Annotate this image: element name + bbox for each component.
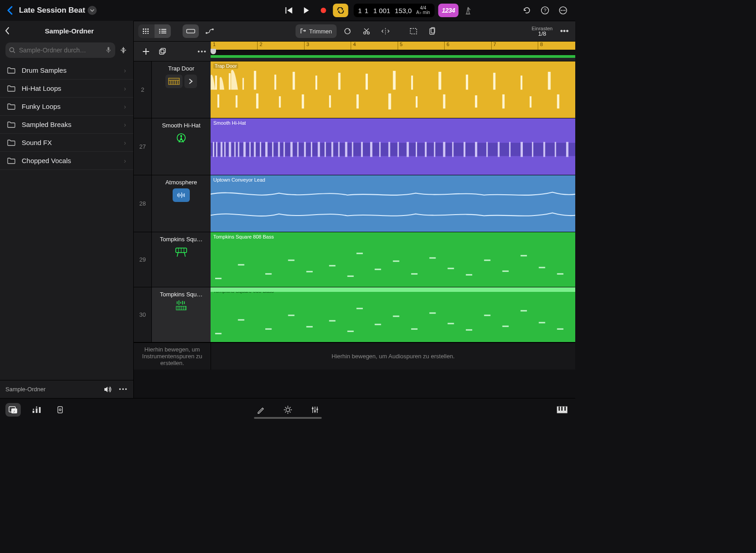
list-view-button[interactable] (155, 24, 171, 38)
svg-point-35 (367, 32, 369, 34)
svg-rect-113 (361, 142, 363, 157)
sidebar-item[interactable]: Drum Samples › (0, 61, 133, 80)
ruler-marker: 3 (304, 42, 309, 50)
track-header[interactable]: 30 Tompkins Squ… (134, 287, 211, 342)
piano-keyboard-button[interactable] (554, 403, 570, 417)
sidebar-item[interactable]: Sound FX › (0, 134, 133, 152)
microphone-icon[interactable] (105, 47, 112, 54)
track-number: 29 (134, 232, 152, 287)
track-header-more-button[interactable]: ••• (197, 48, 207, 55)
sampler-icon[interactable] (165, 75, 183, 88)
drop-instrument-hint[interactable]: Hierhin bewegen, um Instrumentenspuren z… (134, 343, 211, 370)
svg-point-202 (36, 406, 38, 408)
automation-button[interactable] (202, 24, 218, 38)
help-button[interactable]: ? (540, 5, 550, 15)
folder-icon (7, 122, 15, 128)
svg-rect-151 (329, 265, 335, 267)
region-lane[interactable]: Tompkins Square 808 Bass (211, 232, 575, 287)
svg-line-212 (290, 407, 291, 408)
audio-region[interactable]: Uptown Conveyor Lead (211, 175, 575, 232)
undo-button[interactable] (522, 5, 532, 15)
midi-instrument-icon[interactable] (176, 300, 187, 310)
sidebar-more-button[interactable]: ••• (119, 386, 128, 393)
sidebar-search-field[interactable] (5, 42, 115, 58)
drop-audio-hint[interactable]: Hierhin bewegen, um Audiospuren zu erste… (211, 343, 575, 370)
svg-rect-90 (221, 142, 222, 157)
region-lane[interactable]: Tompkins Square 808 Bass (211, 287, 575, 342)
midi-region[interactable]: Tompkins Square 808 Bass (211, 287, 575, 342)
region-lane[interactable]: Trap Door (211, 61, 575, 118)
svg-rect-114 (370, 142, 372, 157)
track-header-left: ••• (134, 42, 211, 61)
sidebar-item[interactable]: Funky Loops › (0, 98, 133, 116)
metronome-button[interactable] (461, 4, 475, 17)
sidebar-item[interactable]: Sampled Breaks › (0, 116, 133, 134)
record-button[interactable] (315, 4, 331, 17)
snap-indicator[interactable]: Einrasten 1/8 (532, 26, 555, 37)
play-button[interactable] (298, 4, 314, 17)
track-header[interactable]: 28 Atmosphere (134, 175, 211, 232)
sidebar-search-input[interactable] (18, 46, 103, 54)
drummer-icon[interactable] (173, 131, 190, 145)
keyboard-icon[interactable] (173, 245, 190, 259)
back-button[interactable] (5, 5, 15, 16)
pencil-tool-button[interactable] (253, 403, 268, 417)
preview-volume-button[interactable] (103, 386, 113, 393)
track-header[interactable]: 2 Trap Door (134, 61, 211, 118)
track-header[interactable]: 29 Tompkins Squ… (134, 232, 211, 287)
midi-region[interactable]: Tompkins Square 808 Bass (211, 232, 575, 287)
clipboard-button[interactable] (424, 24, 441, 38)
svg-rect-117 (398, 142, 399, 157)
grid-view-button[interactable] (138, 24, 155, 38)
main-area: Sample-Ordner Drum Samples › Hi-Hat Loop… (0, 21, 575, 398)
track-expand-button[interactable] (184, 75, 197, 88)
svg-rect-109 (331, 142, 333, 157)
audio-icon[interactable] (173, 188, 190, 202)
plugin-button[interactable] (52, 403, 68, 417)
svg-rect-150 (306, 271, 313, 272)
go-to-start-button[interactable] (281, 4, 296, 17)
loop-tool-button[interactable] (339, 24, 356, 38)
midi-region[interactable]: Smooth Hi-Hat (211, 118, 575, 175)
svg-point-7 (561, 10, 562, 11)
audio-region[interactable]: Trap Door (211, 61, 575, 118)
mixer-button[interactable] (29, 403, 44, 417)
add-track-button[interactable] (142, 47, 150, 56)
svg-rect-157 (429, 257, 436, 258)
more-menu-button[interactable] (558, 5, 568, 15)
region-lane[interactable]: Smooth Hi-Hat (211, 118, 575, 175)
chevron-right-icon: › (124, 139, 126, 146)
region-display-button[interactable] (183, 24, 199, 38)
count-in-button[interactable]: 1234 (438, 4, 459, 17)
sidebar-item[interactable]: Hi-Hat Loops › (0, 80, 133, 98)
lcd-display[interactable]: 1 1 1 001 153,0 4/4 A♭ min (353, 4, 435, 17)
collapse-button[interactable] (119, 46, 128, 55)
scissors-tool-button[interactable] (358, 24, 375, 38)
track-header[interactable]: 27 Smooth Hi-Hat (134, 118, 211, 175)
region-lane[interactable]: Uptown Conveyor Lead (211, 175, 575, 232)
svg-rect-68 (217, 94, 219, 108)
svg-rect-148 (265, 273, 272, 275)
marquee-tool-button[interactable] (405, 24, 422, 38)
brightness-button[interactable] (280, 403, 296, 417)
svg-rect-73 (329, 95, 331, 108)
project-title[interactable]: Late Session Beat (19, 6, 97, 15)
timeline-ruler[interactable]: 12345678 (211, 42, 575, 61)
svg-rect-81 (557, 94, 559, 108)
view-mode-segment (138, 24, 171, 38)
playhead-icon[interactable] (211, 49, 216, 54)
search-icon (9, 47, 15, 53)
sidebar-back-button[interactable] (5, 27, 10, 35)
faders-button[interactable] (307, 403, 323, 417)
svg-rect-102 (283, 142, 285, 157)
split-tool-button[interactable] (377, 24, 394, 38)
duplicate-track-button[interactable] (158, 47, 166, 56)
browser-toggle-button[interactable]: ♪ (5, 403, 21, 417)
sidebar-item[interactable]: Chopped Vocals › (0, 152, 133, 170)
track-row: 27 Smooth Hi-Hat Smooth Hi-Hat (134, 118, 575, 175)
svg-line-213 (285, 412, 286, 412)
arrange-more-button[interactable]: ••• (558, 27, 571, 36)
svg-point-219 (316, 408, 318, 410)
cycle-button[interactable] (333, 4, 348, 17)
trim-tool-button[interactable]: Trimmen (296, 24, 337, 38)
